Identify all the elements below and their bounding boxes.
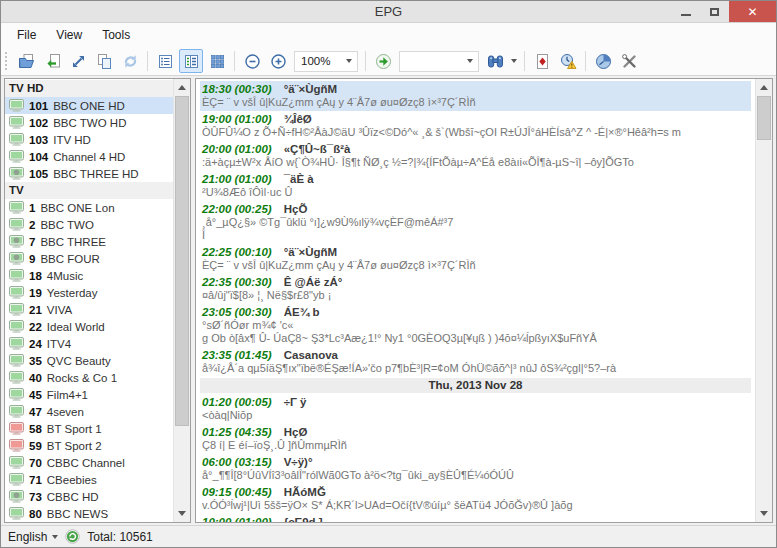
program-entry[interactable]: 22:00 (00:25)HçÕ¸å°_µQ¿§» ©Tg¯ûklü °ı]¿w… [200,201,751,244]
program-entry[interactable]: 21:00 (01:00)¯äÈ à²U¾8Æô îÔìl·uc Û [200,171,751,201]
epg-scrollbar[interactable] [755,79,772,522]
channel-row[interactable]: 102BBC TWO HD [5,114,173,131]
program-entry[interactable]: 22:25 (00:10)°ä¨×ÙgñMÈÇ= ¨ v všÎ û|KuZ¿m… [200,244,751,274]
channel-row[interactable]: 105BBC THREE HD [5,165,173,182]
program-entry[interactable]: 18:30 (00:30)°ä¨×ÙgñMÈÇ= ¨ v všÎ û|KuZ¿m… [200,81,751,111]
channel-row[interactable]: 40Rocks & Co 1 [5,369,173,386]
program-entry[interactable]: 09:15 (00:45)HÃóMĞv.ÓÓ³ĺwj¹|Uì 5šš=ÿO× S… [200,484,751,514]
channel-row[interactable]: 103ITV HD [5,131,173,148]
scroll-down-arrow[interactable] [756,505,772,522]
export-button[interactable] [66,49,90,73]
epg-panel: 18:30 (00:30)°ä¨×ÙgñMÈÇ= ¨ v všÎ û|KuZ¿m… [195,78,773,523]
open-file-button[interactable] [14,49,38,73]
settings-button[interactable] [617,49,641,73]
program-entry[interactable]: 10:00 (01:00){cE9d ]¾TMÉdótH ¹Í«ã®í{êB¸¡… [200,514,751,522]
go-button[interactable] [371,49,395,73]
channel-row[interactable]: 1BBC ONE Lon [5,199,173,216]
channel-row[interactable]: 474seven [5,403,173,420]
minimize-icon [681,14,691,16]
zoom-out-button[interactable] [240,49,264,73]
program-entry[interactable]: 06:00 (03:15)V÷ÿ)°å°_¶¶Î[8°ÚûVÍî3³oâlÎ"r… [200,454,751,484]
tv-channel-icon [9,473,24,486]
channel-number: 105 [29,168,48,180]
channel-row[interactable]: 101BBC ONE HD [5,97,173,114]
refresh-button[interactable] [118,49,142,73]
scrollbar-thumb[interactable] [757,96,771,140]
tv-channel-icon [9,133,24,146]
channel-number: 24 [29,338,42,350]
channel-row[interactable]: 9BBC FOUR [5,250,173,267]
channel-row[interactable]: 45Film4+1 [5,386,173,403]
channel-name: CBeebies [47,474,97,486]
search-button[interactable] [483,49,507,73]
language-select[interactable]: English [8,530,58,544]
scroll-up-arrow[interactable] [756,79,772,96]
scrollbar-thumb[interactable] [175,96,189,426]
import-button[interactable] [40,49,64,73]
channel-number: 1 [29,202,35,214]
channel-row[interactable]: 2BBC TWO [5,216,173,233]
channel-number: 47 [29,406,42,418]
grid-view-button[interactable] [205,49,229,73]
tv-channel-icon [9,286,24,299]
record-button[interactable] [530,49,554,73]
zoom-in-button[interactable] [266,49,290,73]
zoom-out-icon [244,53,261,70]
toolbar-grip-handle[interactable] [5,52,9,70]
program-description: å°_¶¶Î[8°ÚûVÍî3³oâlÎ"rólWã0GTo à²ö<?tg¯û… [202,469,749,482]
channel-row[interactable]: 19Yesterday [5,284,173,301]
channel-row[interactable]: 104Channel 4 HD [5,148,173,165]
channel-name: BBC NEWS [47,508,108,520]
list-view-button[interactable] [153,49,177,73]
filter-select[interactable] [399,51,479,72]
channel-row[interactable]: 21VIVA [5,301,173,318]
minimize-button[interactable] [671,1,700,22]
scroll-up-arrow[interactable] [174,79,190,96]
channel-row[interactable]: 22Ideal World [5,318,173,335]
maximize-button[interactable] [700,1,729,22]
channel-row[interactable]: 184Music [5,267,173,284]
record-icon [534,53,551,70]
close-button[interactable]: ✕ [729,1,776,22]
program-header: 22:00 (00:25)HçÕ [202,202,749,216]
program-entry[interactable]: 19:00 (01:00)¾ÎêØÒÛFÛ¼O z Õ+Ñ÷fH©²ÅàJ©äU… [200,111,751,141]
channel-row[interactable]: 73CBBC HD [5,488,173,505]
program-time: 23:35 (01:45) [202,348,272,362]
channel-number: 70 [29,457,42,469]
dropdown-arrow-icon [511,59,517,63]
program-time: 09:15 (00:45) [202,485,272,499]
channel-row[interactable]: 70CBBC Channel [5,454,173,471]
program-entry[interactable]: 22:35 (00:30)Ê @Áë zÁ°¤â/ûj"ï$[8» ¦¸ Në§… [200,274,751,304]
zoom-level-select[interactable]: 100% [294,51,358,72]
search-dropdown-arrow[interactable] [508,49,520,73]
menu-file[interactable]: File [7,25,46,45]
program-entry[interactable]: 23:05 (00:30)ÁE¾ b°sØ´ñÓør m¾¢ 'c«g Ob ò… [200,304,751,347]
program-entry[interactable]: 01:25 (04:35)HçØÇ8 í| E éí–ïoŞ¸.Û ]ñÛmmµ… [200,424,751,454]
menu-tools[interactable]: Tools [92,25,140,45]
program-entry[interactable]: 01:20 (00:05)÷Γ ÿ<òàq|Niōp [200,394,751,424]
grid-view-icon [209,53,226,70]
channel-row[interactable]: 71CBeebies [5,471,173,488]
split-view-button[interactable] [179,49,203,73]
channel-row[interactable]: 80BBC NEWS [5,505,173,522]
copy-button[interactable] [92,49,116,73]
tv-channel-icon [9,167,24,180]
channel-row[interactable]: 35QVC Beauty [5,352,173,369]
alarm-button[interactable] [556,49,580,73]
menu-view[interactable]: View [46,25,92,45]
tv-channel-icon [9,218,24,231]
channel-row[interactable]: 24ITV4 [5,335,173,352]
program-time: 01:20 (00:05) [202,395,272,409]
program-entry[interactable]: 20:00 (01:00)«Ç¶Û~ß¯ß²à:ä+àçµ±W²x ÅíO w{… [200,141,751,171]
clock-button[interactable] [591,49,615,73]
scroll-down-arrow[interactable] [174,505,190,522]
title-bar[interactable]: EPG ✕ [1,1,776,23]
channel-row[interactable]: 7BBC THREE [5,233,173,250]
channel-number: 73 [29,491,42,503]
close-icon: ✕ [747,5,757,19]
channel-row[interactable]: 58BT Sport 1 [5,420,173,437]
sidebar-scrollbar[interactable] [173,79,190,522]
tv-channel-icon [9,201,24,214]
channel-row[interactable]: 59BT Sport 2 [5,437,173,454]
program-entry[interactable]: 23:35 (01:45)Casanovaå¾î¿Å´a qµ5íäŞ¶ıx"ï… [200,347,751,377]
